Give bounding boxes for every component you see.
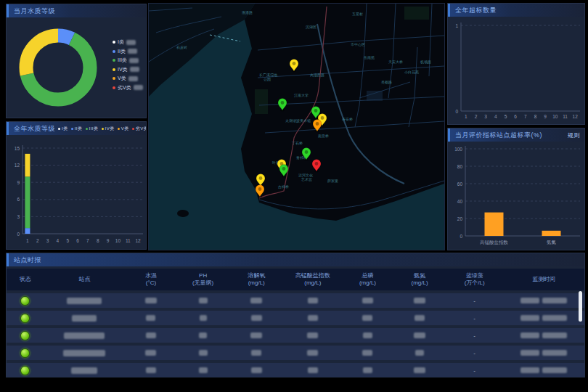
value-redacted: [307, 332, 318, 338]
cell-2: [125, 315, 177, 321]
station-name-redacted: [72, 315, 97, 322]
column-unit: (mg/L): [304, 279, 321, 287]
legend-item: V类: [118, 126, 129, 132]
legend-label: 劣V类: [118, 84, 131, 91]
x-tick-label: 6: [514, 114, 517, 119]
rule-link[interactable]: 规则: [568, 131, 580, 139]
x-tick-label: 11: [563, 114, 568, 119]
map-panel[interactable]: 石皮岭渔港路滨湖区五星村市中心区岳南苑天安大桥机场路小白花苑高浪西路吴都路长广溪…: [148, 3, 445, 250]
cell-4: [229, 332, 284, 338]
table-body: -----: [7, 293, 584, 377]
month-rate-bar-chart: 020406080100高锰酸盐指数氨氮: [448, 142, 584, 249]
legend-dot: [71, 128, 73, 130]
status-dot-normal: [20, 348, 30, 358]
map-land-peninsula: [241, 4, 444, 221]
y-tick-label: 1: [455, 23, 458, 28]
panel-title: 当月评价指标站点超标率(%): [455, 131, 542, 140]
legend-value-redacted: [130, 67, 139, 72]
legend-dot: [113, 41, 115, 44]
table-row[interactable]: -: [7, 346, 584, 360]
time-redacted: [520, 332, 539, 338]
legend-item: I类: [58, 126, 68, 132]
map-label: 岳南苑: [363, 55, 375, 60]
legend-label: V类: [118, 75, 126, 82]
cell-4: [229, 298, 284, 303]
status-dot-normal: [20, 314, 30, 323]
value-redacted: [362, 315, 372, 321]
station-name-redacted: [71, 367, 97, 374]
time-redacted: [542, 367, 567, 373]
legend-dot: [58, 128, 60, 130]
x-tick-label: 3: [484, 114, 487, 119]
panel-station-report: 站点时报 状态站点水温(°C)PH(无量纲)溶解氧(mg/L)高锰酸盐指数(mg…: [6, 253, 585, 377]
y-tick-label: 100: [454, 147, 462, 152]
legend-item: II类: [71, 126, 83, 132]
x-tick-label: 1: [465, 114, 467, 119]
map-label: 小白花苑: [404, 70, 419, 75]
cell-7: [393, 367, 446, 373]
y-tick-label: 0: [17, 232, 20, 237]
algae-value: -: [473, 350, 475, 356]
column-name: 状态: [20, 276, 31, 283]
table-scrollbar[interactable]: [579, 291, 582, 322]
panel-title: 站点时报: [14, 256, 41, 265]
station-name-redacted: [67, 298, 102, 304]
value-redacted: [362, 350, 372, 356]
legend-item: 劣V类: [132, 126, 147, 132]
map-label: 南亚桥: [318, 134, 329, 138]
station-name-redacted: [63, 350, 105, 356]
cell-8: -: [446, 332, 504, 339]
legend-dot: [132, 128, 134, 130]
legend-label: 劣V类: [136, 126, 147, 132]
column-name: 氨氮: [414, 272, 425, 279]
cell-9: [503, 367, 584, 373]
status-dot-normal: [20, 331, 30, 340]
value-redacted: [414, 332, 425, 338]
algae-value: -: [473, 315, 475, 322]
cell-3: [177, 298, 229, 303]
legend-dot: [113, 59, 115, 62]
cell-5: [284, 315, 342, 321]
cell-2: [125, 298, 177, 303]
y-tick-label: 20: [457, 216, 463, 221]
cell-9: [503, 332, 584, 338]
y-tick-label: 60: [457, 181, 463, 187]
x-tick-label: 12: [135, 238, 141, 243]
column-name: 水温: [145, 272, 157, 279]
x-tick-label: 8: [97, 238, 99, 243]
cell-3: [177, 332, 229, 338]
status-dot-normal: [20, 296, 30, 306]
map-label: 天安大桥: [388, 60, 403, 64]
x-tick-label: 氨氮: [547, 240, 557, 245]
column-name: 溶解氧: [248, 272, 265, 279]
panel-year-exceed: 全年超标数量 01123456789101112: [447, 3, 585, 125]
y-tick-label: 9: [17, 180, 20, 185]
cell-8: -: [446, 350, 504, 356]
table-row[interactable]: -: [7, 311, 584, 325]
value-redacted: [199, 367, 208, 373]
column-unit: (°C): [146, 279, 156, 287]
table-row[interactable]: -: [7, 363, 584, 377]
column-name: 监测时间: [532, 276, 555, 283]
x-tick-label: 8: [534, 114, 537, 119]
cell-1: [44, 332, 125, 339]
value-redacted: [146, 315, 155, 321]
year-quality-bar-chart: 03691215123456789101112: [7, 135, 147, 250]
cell-2: [125, 367, 177, 373]
y-tick-label: 3: [17, 214, 20, 219]
table-row[interactable]: -: [7, 328, 584, 343]
cell-1: [44, 350, 125, 356]
cell-5: [284, 332, 342, 338]
time-redacted: [542, 350, 567, 356]
value-redacted: [363, 367, 372, 373]
bar-高锰酸盐指数: [485, 213, 504, 236]
x-tick-label: 4: [57, 238, 60, 243]
table-row[interactable]: -: [7, 293, 584, 308]
city-map[interactable]: 石皮岭渔港路滨湖区五星村市中心区岳南苑天安大桥机场路小白花苑高浪西路吴都路长广溪…: [149, 4, 444, 250]
cell-7: [393, 332, 446, 338]
value-redacted: [415, 350, 424, 356]
panel-title-bar: 全年超标数量: [448, 4, 584, 17]
donut-legend: I类II类III类IV类V类劣V类: [113, 38, 143, 92]
column-name: 蓝绿藻: [466, 272, 483, 279]
map-label: 高浪西路: [310, 73, 324, 78]
